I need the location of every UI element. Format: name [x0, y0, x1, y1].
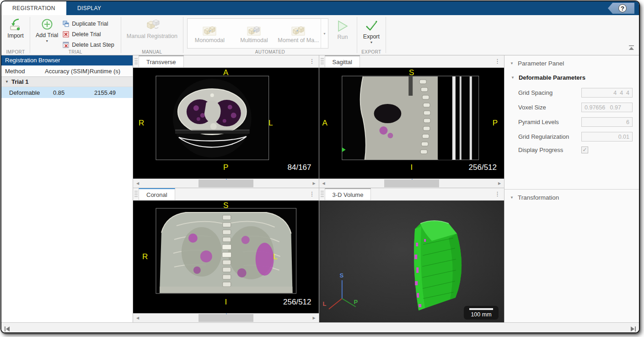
coronal-tab[interactable]: Coronal: [139, 188, 175, 200]
scroll-right-icon[interactable]: ▶: [310, 314, 319, 322]
transverse-viewer: Transverse ⋮: [133, 55, 319, 188]
transformation-section: ▼ Transformation: [504, 189, 639, 205]
table-row[interactable]: Deformable 0.85 2155.49: [1, 87, 133, 98]
panel-grip-icon[interactable]: [134, 191, 138, 198]
coronal-slice-scrollbar[interactable]: ◀ ▶: [133, 313, 319, 322]
collapse-right-panel-icon[interactable]: [631, 325, 636, 333]
trial-group-row[interactable]: ▼ Trial 1: [1, 77, 133, 87]
group-automated: Monomodal Multimodal: [183, 15, 357, 55]
volume-render-area[interactable]: S L P 100 mm: [319, 201, 504, 322]
sagittal-tab[interactable]: Sagittal: [325, 55, 360, 67]
toolstrip-tabbar: REGISTRATION DISPLAY ?: [1, 1, 639, 15]
volume-tab[interactable]: 3-D Volume: [325, 188, 371, 200]
parameter-panel: ▼ Parameter Panel ▼ Deformable Parameter…: [504, 55, 639, 322]
transverse-image-area[interactable]: A P R L 84/167: [133, 68, 319, 179]
run-button[interactable]: Run: [332, 17, 353, 41]
group-label-manual: MANUAL: [121, 49, 183, 54]
display-progress-checkbox[interactable]: ✓: [581, 147, 588, 153]
coronal-menu-icon[interactable]: ⋮: [309, 190, 315, 197]
export-button[interactable]: Export ▼: [361, 17, 382, 45]
volume-header: 3-D Volume ⋮: [319, 188, 504, 201]
sagittal-slice-scrollbar[interactable]: ◀ ▶: [319, 179, 504, 188]
transverse-slice-scrollbar[interactable]: ◀ ▶: [133, 179, 319, 188]
parameter-panel-header[interactable]: ▼ Parameter Panel: [504, 55, 639, 71]
delete-last-step-button[interactable]: Delete Last Step: [60, 40, 117, 49]
moment-of-mass-icon: [290, 23, 306, 37]
scroll-thumb[interactable]: [384, 179, 439, 187]
column-runtime[interactable]: Runtime (s): [90, 68, 133, 75]
pyramid-levels-label: Pyramid Levels: [518, 119, 581, 125]
scroll-left-icon[interactable]: ◀: [133, 179, 142, 188]
sagittal-image-area[interactable]: S I A P 256/512: [319, 68, 504, 179]
orientation-label-anterior: A: [223, 68, 228, 77]
volume-menu-icon[interactable]: ⋮: [494, 190, 500, 197]
add-trial-button[interactable]: Add Trial ▼: [34, 17, 60, 43]
scroll-left-icon[interactable]: ◀: [133, 314, 142, 322]
help-button[interactable]: ?: [608, 3, 634, 14]
pyramid-levels-input[interactable]: 6: [581, 117, 633, 127]
run-label: Run: [337, 34, 348, 40]
panel-grip-icon[interactable]: [321, 191, 324, 198]
collapse-icon[interactable]: ▼: [511, 76, 515, 80]
panel-grip-icon[interactable]: [321, 58, 324, 65]
scroll-track[interactable]: [328, 179, 495, 188]
grid-spacing-input[interactable]: 4 4 4: [581, 88, 633, 98]
delete-trial-button[interactable]: Delete Trial: [60, 30, 117, 39]
gallery-dropdown-icon[interactable]: ▼: [321, 19, 328, 48]
scroll-thumb[interactable]: [199, 314, 253, 322]
coronal-slice-image: [133, 201, 319, 313]
collapse-ribbon-button[interactable]: [628, 44, 634, 52]
help-icon: ?: [618, 4, 627, 12]
panel-grip-icon[interactable]: [134, 58, 138, 65]
transverse-menu-icon[interactable]: ⋮: [309, 58, 315, 65]
multimodal-button[interactable]: Multimodal: [232, 19, 276, 48]
tab-registration[interactable]: REGISTRATION: [1, 1, 66, 15]
add-trial-dropdown-icon[interactable]: ▼: [45, 39, 48, 43]
moment-of-mass-button[interactable]: Moment of Ma...: [276, 19, 321, 48]
coronal-slice-counter: 256/512: [283, 298, 311, 307]
scroll-right-icon[interactable]: ▶: [310, 179, 319, 188]
scroll-right-icon[interactable]: ▶: [495, 179, 504, 188]
sagittal-menu-icon[interactable]: ⋮: [494, 58, 500, 65]
collapse-icon[interactable]: ▼: [510, 196, 514, 200]
scroll-track[interactable]: [142, 314, 310, 322]
grid-spacing-field: Grid Spacing 4 4 4: [518, 88, 633, 98]
orientation-label-left: L: [273, 252, 277, 261]
deformable-parameters-header[interactable]: ▼ Deformable Parameters: [504, 71, 639, 83]
trial-label: Trial 1: [11, 78, 29, 85]
orientation-label-left: L: [268, 119, 273, 128]
ribbon-divider: [386, 17, 386, 53]
scroll-left-icon[interactable]: ◀: [319, 179, 328, 188]
monomodal-button[interactable]: Monomodal: [188, 19, 232, 48]
coronal-viewer: Coronal ⋮: [133, 188, 319, 322]
scroll-thumb[interactable]: [199, 179, 253, 187]
scroll-track[interactable]: [142, 179, 310, 188]
group-trial: Add Trial ▼ Duplicate Trial: [30, 15, 121, 55]
import-button[interactable]: Import: [5, 17, 26, 40]
volume-tab-label: 3-D Volume: [333, 191, 364, 198]
voxel-size-input[interactable]: 0.97656 0.97: [581, 103, 633, 112]
manual-registration-label: Manual Registration: [127, 33, 177, 39]
grid-regularization-field: Grid Regularization 0.01: [518, 132, 633, 141]
orientation-label-posterior: P: [493, 119, 498, 128]
export-icon: [365, 20, 378, 32]
collapse-icon[interactable]: ▼: [510, 61, 514, 65]
export-label: Export: [363, 33, 380, 40]
manual-registration-button[interactable]: Manual Registration: [125, 17, 179, 40]
column-accuracy[interactable]: Accuracy (SSIM): [45, 68, 90, 75]
column-method[interactable]: Method: [1, 68, 45, 75]
trial-collapse-icon[interactable]: ▼: [5, 80, 9, 84]
orientation-label-inferior: I: [225, 298, 227, 307]
import-label: Import: [7, 33, 23, 39]
transformation-title: Transformation: [518, 194, 559, 201]
collapse-left-panel-icon[interactable]: [5, 325, 10, 333]
transverse-tab[interactable]: Transverse: [139, 55, 184, 67]
coronal-image-area[interactable]: S I R L 256/512: [133, 201, 319, 313]
tab-display[interactable]: DISPLAY: [66, 1, 113, 15]
transformation-header[interactable]: ▼ Transformation: [504, 190, 639, 205]
transverse-header: Transverse ⋮: [133, 55, 319, 68]
grid-regularization-input[interactable]: 0.01: [581, 132, 633, 141]
export-dropdown-icon[interactable]: ▼: [370, 41, 373, 44]
duplicate-trial-button[interactable]: Duplicate Trial: [60, 19, 117, 28]
orientation-label-right: R: [139, 119, 144, 128]
